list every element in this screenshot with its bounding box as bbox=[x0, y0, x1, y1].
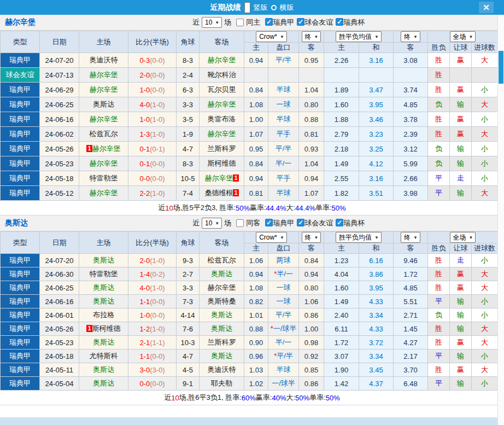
team-label: 特雷勒堡 bbox=[90, 270, 118, 278]
cell-odds-away: 0.93 bbox=[299, 142, 324, 156]
halftime-score: (0-0) bbox=[150, 56, 165, 65]
cell-result-wdl: 负 bbox=[428, 142, 450, 156]
cell-date: 24-07-20 bbox=[40, 53, 79, 68]
match-row: 瑞典甲24-06-16奥斯达1-1(0-0)7-3奥斯特桑0.82一球1.061… bbox=[1, 295, 498, 308]
cell-result-goals: 大 bbox=[472, 322, 498, 336]
cell-home-team: 奥迪沃特 bbox=[79, 53, 128, 68]
cell-result-wdl: 胜 bbox=[428, 363, 450, 377]
league-checkbox[interactable] bbox=[336, 18, 343, 26]
league-checkbox[interactable] bbox=[336, 219, 343, 226]
team-section-home: 赫尔辛堡 近 10▼ 场 同主 瑞典甲球会友谊瑞典杯 类型 bbox=[0, 15, 504, 216]
odds-stage-select[interactable]: 终▼ bbox=[302, 232, 321, 243]
cell-date: 24-06-25 bbox=[40, 281, 79, 295]
col-wdl: 胜负 bbox=[428, 243, 450, 254]
cell-home-team: 赫尔辛堡 bbox=[79, 112, 128, 127]
league-checkbox[interactable] bbox=[265, 219, 273, 226]
avg-odds-select[interactable]: 胜平负均值▼ bbox=[336, 232, 382, 243]
same-venue-checkbox[interactable] bbox=[236, 219, 244, 227]
cell-avg-away: 3.98 bbox=[394, 186, 428, 201]
cell-avg-draw bbox=[359, 68, 394, 83]
cell-handicap: 半球 bbox=[268, 83, 299, 97]
cell-score: 1-0(0-0) bbox=[128, 83, 177, 97]
col-avg-draw: 和 bbox=[359, 43, 394, 53]
cell-date: 24-06-30 bbox=[40, 267, 79, 281]
team-label: 兰斯科罗 bbox=[208, 338, 236, 346]
cell-handicap: 平/半 bbox=[268, 53, 299, 68]
scrollbar[interactable] bbox=[497, 15, 504, 425]
fulltime-select[interactable]: 全场▼ bbox=[450, 31, 476, 42]
cell-avg-draw: 3.95 bbox=[359, 281, 394, 295]
league-checkbox[interactable] bbox=[265, 18, 273, 26]
cell-type: 瑞典甲 bbox=[1, 127, 40, 142]
cell-result-goals: 大 bbox=[472, 336, 498, 350]
cell-result-handicap: 走 bbox=[450, 254, 472, 267]
cell-avg-draw: 4.12 bbox=[359, 156, 394, 171]
cell-date: 24-07-13 bbox=[40, 68, 79, 83]
bookmaker-select[interactable]: Crow*▼ bbox=[256, 31, 287, 42]
cell-away-team: 奥斯达 bbox=[200, 267, 244, 281]
cell-result-wdl: 胜 bbox=[428, 83, 450, 97]
cell-away-team: 兰斯科罗 bbox=[200, 142, 244, 156]
col-odds-away: 客 bbox=[299, 243, 324, 254]
league-checkbox[interactable] bbox=[297, 219, 304, 226]
team-name: 奥斯达 bbox=[0, 218, 28, 228]
halftime-score: (1-0) bbox=[150, 284, 165, 292]
cell-odds-away: 0.81 bbox=[299, 127, 324, 142]
fulltime-score: 0-0 bbox=[139, 380, 150, 388]
match-row: 瑞典甲24-06-25奥斯达4-0(1-0)3-3赫尔辛堡1.08一球0.801… bbox=[1, 97, 498, 112]
cell-home-team: 松兹瓦尔 bbox=[79, 127, 128, 142]
cell-handicap: 半球 bbox=[268, 363, 299, 377]
halftime-score: (0-0) bbox=[150, 174, 165, 183]
cell-score: 3-0(3-0) bbox=[128, 363, 177, 377]
cell-avg-draw: 3.95 bbox=[359, 97, 394, 112]
close-button[interactable]: ✕ bbox=[479, 2, 494, 13]
bookmaker-select[interactable]: Crow*▼ bbox=[256, 232, 287, 243]
cell-avg-away: 3.12 bbox=[394, 142, 428, 156]
halftime-score: (1-0) bbox=[150, 189, 165, 197]
team-label: 奥迪沃特 bbox=[90, 56, 118, 64]
col-goals: 进球数 bbox=[472, 243, 498, 254]
avg-stage-select[interactable]: 终▼ bbox=[401, 31, 420, 42]
halftime-score: (0-0) bbox=[150, 160, 165, 168]
avg-stage-select[interactable]: 终▼ bbox=[401, 232, 420, 243]
match-row: 瑞典甲24-05-23奥斯达2-1(1-1)10-3兰斯科罗0.90半/一0.9… bbox=[1, 336, 498, 350]
summary-segment: 赢率: bbox=[250, 203, 266, 213]
halftime-score: (0-0) bbox=[150, 71, 165, 79]
col-home: 主场 bbox=[79, 31, 128, 53]
cell-away-team: 赫尔辛堡1 bbox=[200, 171, 244, 186]
league-label: 瑞典杯 bbox=[343, 219, 365, 227]
cell-result-wdl: 平 bbox=[428, 295, 450, 308]
cell-score: 2-2(1-0) bbox=[128, 186, 177, 201]
match-count-select[interactable]: 10▼ bbox=[202, 218, 222, 229]
horizontal-layout-radio[interactable] bbox=[271, 5, 277, 10]
odds-stage-select[interactable]: 终▼ bbox=[302, 31, 321, 42]
cell-avg-away: 4.27 bbox=[394, 336, 428, 350]
cell-odds-home: 0.88 bbox=[244, 322, 268, 336]
cell-odds-away: 1.04 bbox=[299, 83, 324, 97]
match-row: 瑞典甲24-05-261斯柯维德1-2(1-0)7-6奥斯达0.88*一/球半1… bbox=[1, 322, 498, 336]
cell-result-handicap: 赢 bbox=[450, 281, 472, 295]
scrollbar-thumb[interactable] bbox=[499, 51, 503, 84]
page-title: 近期战绩 bbox=[210, 3, 241, 13]
cell-home-team: 赫尔辛堡 bbox=[79, 83, 128, 97]
chevron-down-icon: ▼ bbox=[413, 34, 418, 39]
fulltime-score: 0-0 bbox=[139, 174, 150, 183]
match-count-select[interactable]: 10▼ bbox=[202, 17, 222, 28]
fulltime-score: 1-4 bbox=[139, 270, 150, 278]
cell-score: 0-1(0-0) bbox=[128, 156, 177, 171]
cell-odds-away: 0.88 bbox=[299, 112, 324, 127]
avg-odds-select[interactable]: 胜平负均值▼ bbox=[336, 31, 382, 42]
cell-handicap: *一/球半 bbox=[268, 322, 299, 336]
cell-score: 1-0(0-0) bbox=[128, 308, 177, 322]
cell-home-team: 奥斯达 bbox=[79, 377, 128, 391]
near-label: 近 bbox=[192, 218, 200, 228]
same-venue-checkbox[interactable] bbox=[236, 19, 244, 26]
cell-result-handicap: 输 bbox=[450, 295, 472, 308]
fulltime-select[interactable]: 全场▼ bbox=[450, 232, 476, 243]
cell-result-wdl: 平 bbox=[428, 377, 450, 391]
league-checkbox[interactable] bbox=[297, 18, 304, 26]
col-avg-home: 主 bbox=[324, 43, 359, 53]
team-label: 耶夫勒 bbox=[211, 379, 232, 387]
cell-odds-away: 0.98 bbox=[299, 336, 324, 350]
vertical-layout-radio[interactable] bbox=[244, 2, 250, 13]
